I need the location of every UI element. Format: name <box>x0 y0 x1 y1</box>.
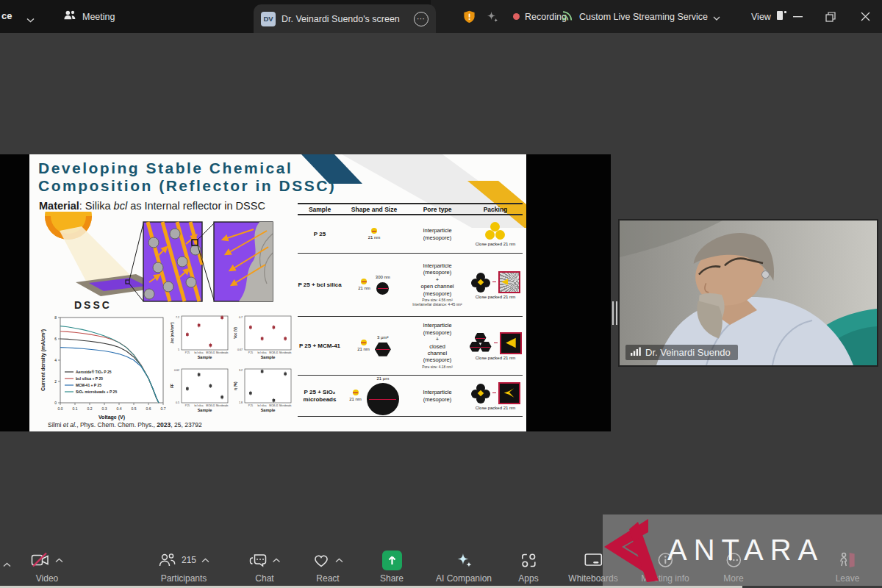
view-label: View <box>751 12 771 22</box>
toolbar-item-whiteboards[interactable]: Whiteboards <box>568 550 617 584</box>
dssc-diagram: DSSC <box>33 212 290 312</box>
chat-icon <box>249 552 268 569</box>
svg-text:Microbeads: Microbeads <box>216 404 229 407</box>
tab-meeting[interactable]: Meeting <box>63 0 115 33</box>
restore-button[interactable] <box>815 0 846 33</box>
recording-indicator[interactable]: Recording <box>513 0 567 33</box>
svg-text:MCM-41: MCM-41 <box>206 404 215 407</box>
toolbar-item-share[interactable]: Share <box>380 550 404 584</box>
window-titlebar: ce Meeting DV Dr. Veinardi Suendo's scre… <box>0 0 882 33</box>
table-header: Pore type <box>406 206 468 213</box>
sample-table: SampleShape and SizePore typePackingP 25… <box>298 203 523 417</box>
participant-video-feed <box>620 220 877 365</box>
avatar: DV <box>261 12 276 26</box>
toolbar-item-apps[interactable]: Apps <box>518 550 538 584</box>
packing-cell: Close packed 21 nm <box>468 220 523 248</box>
svg-text:1.8: 1.8 <box>239 401 243 404</box>
chevron-down-icon <box>713 10 720 24</box>
svg-text:5: 5 <box>178 348 179 351</box>
close-button[interactable] <box>850 0 881 33</box>
svg-text:7.2: 7.2 <box>176 316 179 319</box>
svg-text:MCM-41: MCM-41 <box>269 404 278 407</box>
sparkle-icon[interactable] <box>485 10 499 26</box>
citation: Silmi et al., Phys. Chem. Chem. Phys., 2… <box>48 421 202 429</box>
security-shield-icon[interactable] <box>463 10 476 26</box>
toolbar-item-leave[interactable]: Leave <box>836 550 860 584</box>
toolbar-item-participants[interactable]: 215 Participants <box>158 550 209 584</box>
chevron-up-icon[interactable] <box>201 558 209 563</box>
svg-text:0.7: 0.7 <box>239 316 243 319</box>
partial-tab-label[interactable]: ce <box>1 10 12 21</box>
toolbar-item-label: Whiteboards <box>568 573 617 584</box>
chevron-down-icon[interactable] <box>26 12 35 26</box>
participant-name-tag: Dr. Veinardi Suendo <box>625 345 738 360</box>
svg-text:bcl silica + P 25: bcl silica + P 25 <box>76 376 103 381</box>
whiteboards-icon <box>584 552 603 568</box>
zoom-meeting-window: ce Meeting DV Dr. Veinardi Suendo's scre… <box>0 0 882 588</box>
meeting-info-icon <box>656 551 674 569</box>
svg-text:3.2: 3.2 <box>239 369 243 372</box>
apps-icon <box>520 552 537 569</box>
svg-text:0.5: 0.5 <box>176 401 179 404</box>
chevron-up-icon[interactable] <box>273 558 281 563</box>
svg-text:SiO₂ microbeads + P 25: SiO₂ microbeads + P 25 <box>76 390 117 394</box>
table-row: P 25 + bcl silica21 nm300 nmInterparticl… <box>298 254 523 317</box>
svg-text:0.1: 0.1 <box>73 406 78 411</box>
toolbar-item-label: Leave <box>836 573 860 584</box>
toolbar-item-more[interactable]: More <box>723 550 743 584</box>
packing-cell: Close packed 21 nm <box>468 330 523 362</box>
scatter-ff: 0.620.5P 25bcl silicaMCM-41MicrobeadsSam… <box>169 366 231 417</box>
chevron-up-icon[interactable] <box>3 557 11 570</box>
svg-text:P 25: P 25 <box>248 404 254 407</box>
participant-video-tile[interactable]: Dr. Veinardi Suendo <box>620 220 877 365</box>
minimize-button[interactable] <box>782 0 813 33</box>
toolbar-item-react[interactable]: React <box>312 550 343 584</box>
toolbar-item-video[interactable]: Video <box>31 550 63 584</box>
svg-text:MCM-41: MCM-41 <box>269 351 278 354</box>
shape-size-cell: 21 nm <box>342 228 406 241</box>
svg-text:0.62: 0.62 <box>174 369 179 372</box>
chevron-up-icon[interactable] <box>55 558 63 563</box>
shape-size-cell: 21 nm3 μm² <box>342 335 406 356</box>
sample-cell: P 25 <box>298 231 342 238</box>
svg-text:Aeroxide® TiO₂ P 25: Aeroxide® TiO₂ P 25 <box>76 370 112 374</box>
svg-text:Microbeads: Microbeads <box>279 404 292 407</box>
svg-text:Sample: Sample <box>198 408 212 412</box>
svg-text:MCM-41 + P 25: MCM-41 + P 25 <box>76 383 101 387</box>
svg-text:η (%): η (%) <box>234 381 237 390</box>
tab-shared-screen-label: Dr. Veinardi Suendo's screen <box>282 14 400 24</box>
toolbar-item-meeting-info[interactable]: Meeting info <box>641 550 689 584</box>
packing-cell: Close packed 21 nm <box>468 380 523 412</box>
meeting-toolbar: Video 215 Participants Chat React Share … <box>0 548 882 588</box>
material-line: Material: Silika bcl as Internal reflect… <box>39 200 265 212</box>
broadcast-icon <box>562 10 574 24</box>
tab-options-icon[interactable]: ⋯ <box>414 12 429 26</box>
table-header: Packing <box>468 206 523 213</box>
table-row: P 2521 nmInterparticle (mesopore)Close p… <box>298 215 523 254</box>
tab-shared-screen[interactable]: DV Dr. Veinardi Suendo's screen ⋯ <box>254 4 436 33</box>
svg-text:4: 4 <box>54 358 57 362</box>
svg-text:0.3: 0.3 <box>102 406 107 411</box>
pore-type-cell: Interparticle (mesopore) + open channel … <box>406 262 468 307</box>
leave-icon <box>838 551 857 569</box>
svg-text:P 25: P 25 <box>185 404 190 407</box>
panel-resize-handle[interactable] <box>612 301 617 325</box>
pore-type-cell: Interparticle (mesopore) + closed channe… <box>406 322 468 369</box>
dssc-label: DSSC <box>74 299 112 311</box>
toolbar-item-ai[interactable]: AI Companion <box>436 550 492 584</box>
ai-companion-icon <box>454 551 473 569</box>
react-heart-icon <box>312 552 330 568</box>
svg-text:0.2: 0.2 <box>87 406 93 411</box>
participants-count: 215 <box>182 555 196 565</box>
chevron-up-icon[interactable] <box>335 558 343 563</box>
more-icon <box>725 551 742 569</box>
svg-text:8: 8 <box>54 315 57 320</box>
sample-cell: P 25 + MCM-41 <box>298 343 342 350</box>
svg-text:0.7: 0.7 <box>161 406 166 411</box>
toolbar-item-chat[interactable]: Chat <box>249 550 281 584</box>
svg-text:Microbeads: Microbeads <box>279 351 292 354</box>
toolbar-item-label: Apps <box>518 573 538 584</box>
svg-text:0: 0 <box>54 401 57 405</box>
live-streaming-control[interactable]: Custom Live Streaming Service <box>562 0 720 33</box>
svg-text:0.6: 0.6 <box>146 406 151 411</box>
